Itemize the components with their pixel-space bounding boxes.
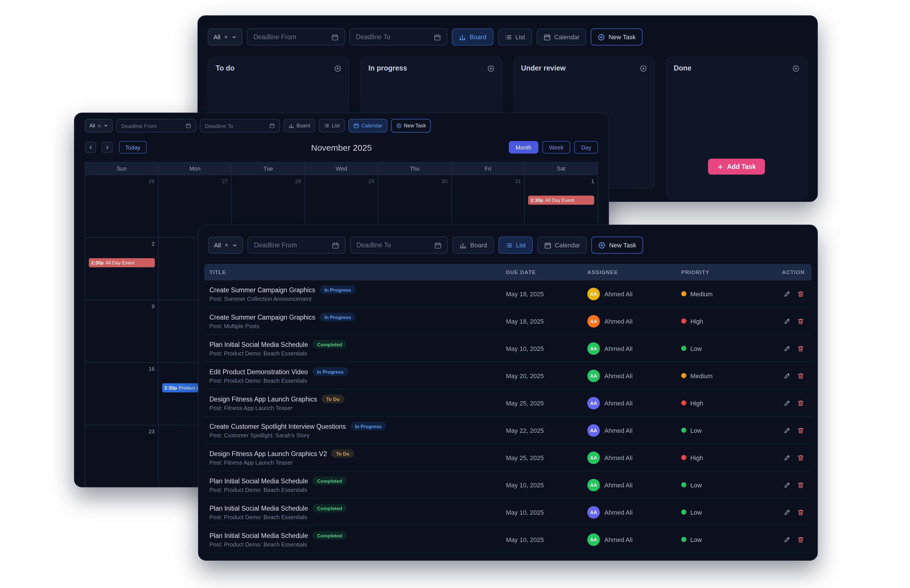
delete-task-button[interactable] [797, 454, 805, 462]
add-card-button[interactable] [792, 65, 800, 72]
board-view-button[interactable]: Board [283, 119, 315, 132]
prev-month-button[interactable] [85, 142, 96, 153]
clear-filter-icon[interactable] [97, 124, 101, 128]
calendar-date-number: 29 [308, 178, 374, 185]
delete-task-button[interactable] [797, 399, 805, 407]
board-view-button[interactable]: Board [452, 28, 493, 45]
clear-filter-icon[interactable] [223, 35, 228, 39]
status-filter-dropdown[interactable]: All [208, 28, 243, 45]
list-view-button[interactable]: List [319, 119, 345, 132]
delete-task-button[interactable] [797, 290, 805, 298]
delete-task-button[interactable] [797, 508, 805, 516]
deadline-to-placeholder: Deadline To [356, 34, 390, 40]
board-view-button[interactable]: Board [452, 237, 494, 254]
new-task-button[interactable]: New Task [591, 28, 643, 45]
list-view-button[interactable]: List [498, 237, 533, 254]
new-task-label: New Task [609, 242, 636, 249]
edit-task-button[interactable] [783, 290, 791, 298]
list-view-button[interactable]: List [498, 28, 532, 45]
calendar-date-number: 30 [382, 178, 448, 185]
calendar-view-button[interactable]: Calendar [536, 28, 586, 45]
add-card-button[interactable] [334, 65, 342, 72]
pencil-icon [783, 399, 791, 407]
deadline-from-placeholder: Deadline From [253, 34, 296, 40]
clear-filter-icon[interactable] [224, 243, 229, 247]
board-chart-icon [288, 123, 294, 129]
deadline-to-input[interactable]: Deadline To [350, 28, 447, 45]
month-view-button[interactable]: Month [509, 141, 538, 153]
deadline-from-input[interactable]: Deadline From [248, 237, 345, 254]
new-task-label: New Task [609, 34, 636, 40]
next-month-button[interactable] [101, 142, 113, 153]
status-filter-dropdown[interactable]: All [85, 119, 113, 132]
delete-task-button[interactable] [797, 426, 805, 434]
task-actions [781, 399, 811, 407]
priority-label: Low [690, 427, 702, 434]
new-task-button[interactable]: New Task [592, 237, 643, 254]
task-title: Plan Initial Social Media Schedule [209, 532, 308, 539]
edit-task-button[interactable] [783, 508, 791, 516]
deadline-from-input[interactable]: Deadline From [116, 119, 196, 132]
task-due-date: May 25, 2025 [506, 399, 587, 406]
delete-task-button[interactable] [797, 317, 805, 325]
calendar-event[interactable]: 2:30pAll Day Event [89, 258, 154, 267]
calendar-day-cell[interactable]: 16 [85, 363, 159, 425]
edit-task-button[interactable] [783, 481, 791, 489]
pencil-icon [783, 508, 791, 516]
deadline-to-input[interactable]: Deadline To [350, 237, 448, 254]
edit-task-button[interactable] [783, 454, 791, 462]
calendar-view-button[interactable]: Calendar [348, 119, 387, 132]
calendar-day-cell[interactable]: 26 [85, 175, 159, 237]
deadline-from-input[interactable]: Deadline From [247, 28, 345, 45]
task-table: TITLE DUE DATE ASSIGNEE PRIORITY ACTION … [204, 264, 811, 553]
task-assignee: AA Ahmed Ali [587, 369, 681, 382]
edit-task-button[interactable] [783, 535, 791, 543]
task-due-date: May 18, 2025 [506, 290, 587, 297]
filter-bar: All Deadline From Deadline To Board List [208, 28, 808, 45]
priority-dot [681, 291, 687, 296]
task-actions [781, 454, 811, 462]
task-row: Edit Product Demonstration Video In Prog… [204, 362, 811, 389]
priority-dot [681, 482, 687, 487]
add-card-button[interactable] [487, 65, 494, 72]
edit-task-button[interactable] [783, 317, 791, 325]
task-due-date: May 18, 2025 [506, 318, 587, 325]
pencil-icon [783, 372, 791, 380]
status-filter-dropdown[interactable]: All [208, 237, 243, 254]
week-view-button[interactable]: Week [542, 141, 570, 153]
event-time: 2:30p [531, 197, 543, 203]
list-panel: All Deadline From Deadline To Board List [198, 225, 818, 561]
status-chip: Completed [313, 531, 347, 540]
today-button[interactable]: Today [119, 141, 147, 153]
calendar-icon [269, 123, 275, 129]
pencil-icon [783, 344, 791, 352]
task-title: Plan Initial Social Media Schedule [209, 341, 308, 348]
add-task-button[interactable]: Add Task [708, 159, 765, 174]
deadline-to-input[interactable]: Deadline To [200, 119, 280, 132]
add-card-button[interactable] [640, 65, 647, 72]
delete-task-button[interactable] [797, 481, 805, 489]
calendar-day-cell[interactable]: 22:30pAll Day Event [85, 238, 159, 300]
calendar-view-button[interactable]: Calendar [537, 237, 587, 254]
delete-task-button[interactable] [797, 372, 805, 380]
calendar-event[interactable]: 2:30pAll Day Event [528, 195, 594, 205]
task-subtitle: Post: Product Demo: Beach Essentials [209, 514, 506, 520]
calendar-date-number: 23 [89, 428, 154, 435]
pencil-icon [783, 317, 791, 325]
task-priority: Low [681, 345, 781, 352]
priority-dot [681, 401, 687, 405]
calendar-day-cell[interactable]: 23 [85, 425, 159, 487]
delete-task-button[interactable] [797, 344, 805, 352]
edit-task-button[interactable] [783, 399, 791, 407]
edit-task-button[interactable] [783, 344, 791, 352]
day-view-button[interactable]: Day [574, 141, 598, 153]
edit-task-button[interactable] [783, 372, 791, 380]
delete-task-button[interactable] [797, 535, 805, 543]
calendar-icon [331, 33, 338, 40]
task-assignee: AA Ahmed Ali [587, 288, 681, 300]
task-due-date: May 10, 2025 [506, 536, 587, 543]
new-task-button[interactable]: New Task [391, 119, 431, 132]
calendar-day-cell[interactable]: 9 [85, 300, 159, 362]
task-assignee: AA Ahmed Ali [587, 397, 681, 409]
edit-task-button[interactable] [783, 426, 791, 434]
